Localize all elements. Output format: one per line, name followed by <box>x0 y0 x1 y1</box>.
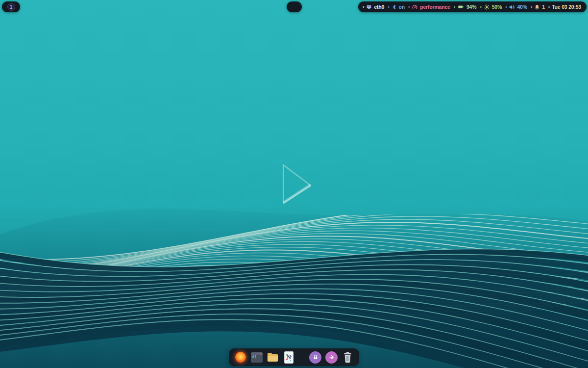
workspace-indicator[interactable]: 1 <box>2 1 20 12</box>
wallpaper-waves <box>0 0 588 368</box>
bluetooth-icon <box>392 4 397 10</box>
status-module-power-profile[interactable]: • performance <box>408 4 450 10</box>
battery-label: 94% <box>466 4 476 10</box>
bell-icon <box>534 4 540 10</box>
status-module-bluetooth[interactable]: • on <box>388 4 405 10</box>
desktop: 1 • eth0 • on • perform <box>0 0 588 368</box>
gauge-icon <box>412 4 418 10</box>
arrow-right-icon <box>328 354 335 361</box>
ethernet-icon <box>366 4 372 10</box>
separator-dot: • <box>388 4 389 10</box>
status-module-notifications[interactable]: • 1 <box>531 4 545 10</box>
separator-dot: • <box>548 4 550 10</box>
terminal-close-dot-icon <box>260 353 262 354</box>
speckle <box>290 360 292 361</box>
separator-dot: • <box>531 4 532 10</box>
separator-dot: • <box>505 4 507 10</box>
dock-item-trash[interactable] <box>342 351 354 364</box>
volume-label: 40% <box>517 4 527 10</box>
dock-item-notes[interactable]: N <box>283 351 295 364</box>
notification-count: 1 <box>542 4 545 10</box>
dock-item-terminal[interactable]: #! <box>250 351 263 364</box>
brightness-label: 50% <box>492 4 502 10</box>
network-label: eth0 <box>374 4 384 10</box>
battery-icon <box>457 4 465 10</box>
separator-dot: • <box>363 4 364 10</box>
topbar-center-pill <box>287 1 302 12</box>
status-module-volume[interactable]: • 40% <box>505 4 527 10</box>
terminal-window-icon: #! <box>251 352 263 363</box>
folder-icon <box>267 352 279 363</box>
power-profile-label: performance <box>420 4 450 10</box>
separator-dot: • <box>408 4 410 10</box>
clock-label: Tue 03 20:53 <box>552 4 581 10</box>
status-module-battery[interactable]: • 94% <box>454 4 477 10</box>
status-module-network[interactable]: • eth0 <box>363 4 384 10</box>
sun-icon <box>484 4 490 10</box>
dock: #! N <box>229 348 359 366</box>
trash-can-icon <box>343 351 353 364</box>
status-module-brightness[interactable]: • 50% <box>480 4 502 10</box>
status-bar: • eth0 • on • performance • <box>358 1 587 12</box>
dock-item-file-manager[interactable] <box>267 351 279 364</box>
bluetooth-label: on <box>399 4 405 10</box>
dock-item-lock-screen[interactable] <box>309 351 321 364</box>
speckle <box>286 354 288 355</box>
separator-dot: • <box>454 4 455 10</box>
dock-item-logout[interactable] <box>325 351 338 364</box>
padlock-icon <box>312 354 319 361</box>
separator-dot: • <box>480 4 481 10</box>
document-n-icon: N <box>284 351 294 364</box>
speckle <box>291 356 292 358</box>
record-dot-icon <box>235 352 246 363</box>
speckle <box>286 359 288 360</box>
shebang-glyph: #! <box>252 355 256 359</box>
speaker-icon <box>509 4 515 10</box>
dock-item-screen-recorder[interactable] <box>234 351 246 364</box>
status-module-clock[interactable]: • Tue 03 20:53 <box>548 4 581 10</box>
workspace-number[interactable]: 1 <box>7 3 15 11</box>
